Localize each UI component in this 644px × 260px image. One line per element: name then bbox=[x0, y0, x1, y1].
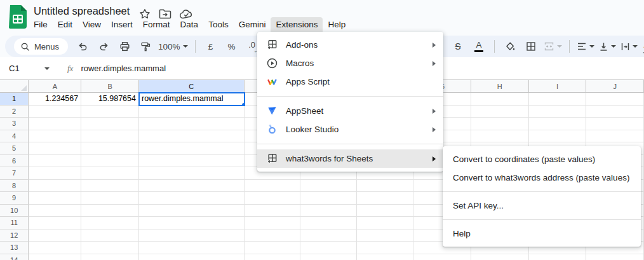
menu-item-add-ons[interactable]: Add-ons bbox=[257, 36, 443, 54]
menubar-item-insert[interactable]: Insert bbox=[106, 17, 138, 32]
cell-C4[interactable] bbox=[139, 130, 245, 143]
document-title[interactable]: Untitled spreadsheet bbox=[34, 5, 130, 17]
menu-item-what3words-for-sheets[interactable]: what3words for Sheets bbox=[257, 149, 443, 168]
cell-D11[interactable] bbox=[245, 217, 301, 229]
google-sheets-logo-icon[interactable] bbox=[9, 5, 27, 29]
fill-handle[interactable] bbox=[242, 103, 245, 106]
cell-B2[interactable] bbox=[81, 106, 139, 118]
borders-button[interactable] bbox=[523, 38, 539, 55]
menubar-item-file[interactable]: File bbox=[29, 17, 53, 32]
row-header-1[interactable]: 1 bbox=[0, 93, 29, 106]
menu-item-macros[interactable]: Macros bbox=[257, 54, 443, 72]
column-header-J[interactable]: J bbox=[586, 80, 644, 93]
column-header-A[interactable]: A bbox=[29, 80, 81, 93]
text-color-button[interactable]: A bbox=[471, 38, 487, 55]
cell-E12[interactable] bbox=[300, 229, 357, 242]
cell-F14[interactable] bbox=[357, 254, 413, 260]
submenu-item-convert-to-coordinates-paste-values-[interactable]: Convert to coordinates (paste values) bbox=[443, 150, 641, 168]
menus-search-button[interactable]: Menus bbox=[14, 38, 68, 55]
cell-E9[interactable] bbox=[300, 192, 357, 205]
menubar-item-extensions[interactable]: Extensions bbox=[271, 17, 323, 32]
cell-C5[interactable] bbox=[139, 142, 245, 155]
cell-A5[interactable] bbox=[29, 142, 81, 155]
submenu-item-help[interactable]: Help bbox=[443, 224, 641, 243]
menu-item-apps-script[interactable]: Apps Script bbox=[257, 72, 443, 91]
column-header-H[interactable]: H bbox=[471, 80, 529, 93]
cell-E11[interactable] bbox=[300, 217, 357, 229]
cell-B14[interactable] bbox=[81, 254, 139, 260]
horizontal-align-button[interactable] bbox=[577, 38, 594, 55]
cell-I4[interactable] bbox=[529, 130, 587, 143]
cell-A13[interactable] bbox=[29, 242, 81, 254]
submenu-item-set-api-key-[interactable]: Set API key... bbox=[443, 196, 641, 215]
cell-C3[interactable] bbox=[139, 118, 245, 130]
row-header-8[interactable]: 8 bbox=[0, 180, 29, 193]
cell-H3[interactable] bbox=[471, 118, 529, 130]
cell-B7[interactable] bbox=[81, 167, 139, 180]
cell-A14[interactable] bbox=[29, 254, 81, 260]
cell-F10[interactable] bbox=[357, 205, 413, 217]
cell-A2[interactable] bbox=[29, 106, 81, 118]
currency-format-button[interactable]: £ bbox=[203, 38, 219, 55]
menubar-item-tools[interactable]: Tools bbox=[203, 17, 234, 32]
row-header-12[interactable]: 12 bbox=[0, 229, 29, 242]
cell-H14[interactable] bbox=[471, 254, 529, 260]
row-header-13[interactable]: 13 bbox=[0, 242, 29, 254]
cell-B13[interactable] bbox=[81, 242, 139, 254]
cell-I14[interactable] bbox=[529, 254, 587, 260]
menubar-item-edit[interactable]: Edit bbox=[53, 17, 77, 32]
cell-A9[interactable] bbox=[29, 192, 81, 205]
row-header-10[interactable]: 10 bbox=[0, 205, 29, 217]
row-header-2[interactable]: 2 bbox=[0, 106, 29, 118]
row-header-14[interactable]: 14 bbox=[0, 254, 29, 260]
submenu-item-convert-to-what3words-address-paste-values-[interactable]: Convert to what3words address (paste val… bbox=[443, 168, 641, 187]
cell-A3[interactable] bbox=[29, 118, 81, 130]
row-header-6[interactable]: 6 bbox=[0, 155, 29, 168]
menubar-item-format[interactable]: Format bbox=[138, 17, 175, 32]
cell-C6[interactable] bbox=[139, 155, 245, 168]
cell-C2[interactable] bbox=[139, 106, 245, 118]
cell-B5[interactable] bbox=[81, 142, 139, 155]
redo-button[interactable] bbox=[95, 38, 112, 55]
cell-C11[interactable] bbox=[139, 217, 245, 229]
cell-C10[interactable] bbox=[139, 205, 245, 217]
cell-B9[interactable] bbox=[81, 192, 139, 205]
cell-F13[interactable] bbox=[357, 242, 413, 254]
cell-F12[interactable] bbox=[357, 229, 413, 242]
cell-E14[interactable] bbox=[300, 254, 357, 260]
menubar-item-data[interactable]: Data bbox=[175, 17, 204, 32]
cell-C8[interactable] bbox=[139, 180, 245, 193]
column-header-C[interactable]: C bbox=[139, 80, 245, 93]
menu-item-looker-studio[interactable]: Looker Studio bbox=[257, 120, 443, 139]
paint-format-button[interactable] bbox=[137, 38, 154, 55]
cell-B8[interactable] bbox=[81, 180, 139, 193]
cell-F9[interactable] bbox=[357, 192, 413, 205]
row-header-7[interactable]: 7 bbox=[0, 167, 29, 180]
cell-D12[interactable] bbox=[245, 229, 301, 242]
cell-C14[interactable] bbox=[139, 254, 245, 260]
cell-E8[interactable] bbox=[300, 180, 357, 193]
column-header-B[interactable]: B bbox=[81, 80, 139, 93]
cell-D9[interactable] bbox=[245, 192, 301, 205]
cell-C12[interactable] bbox=[139, 229, 245, 242]
cell-B10[interactable] bbox=[81, 205, 139, 217]
name-box[interactable]: C1 bbox=[9, 64, 42, 73]
cell-I3[interactable] bbox=[529, 118, 587, 130]
cell-H2[interactable] bbox=[471, 106, 529, 118]
menu-item-appsheet[interactable]: AppSheet bbox=[257, 102, 443, 120]
cell-J4[interactable] bbox=[586, 130, 644, 143]
cell-E13[interactable] bbox=[300, 242, 357, 254]
cell-B12[interactable] bbox=[81, 229, 139, 242]
cell-J2[interactable] bbox=[586, 106, 644, 118]
cell-B11[interactable] bbox=[81, 217, 139, 229]
row-header-3[interactable]: 3 bbox=[0, 118, 29, 130]
cell-F11[interactable] bbox=[357, 217, 413, 229]
text-wrap-button[interactable] bbox=[621, 38, 638, 55]
row-header-9[interactable]: 9 bbox=[0, 192, 29, 205]
cell-C1[interactable]: rower.dimples.mammal bbox=[139, 93, 245, 106]
fill-color-button[interactable] bbox=[502, 38, 518, 55]
row-header-11[interactable]: 11 bbox=[0, 217, 29, 229]
cell-D8[interactable] bbox=[245, 180, 301, 193]
row-header-5[interactable]: 5 bbox=[0, 142, 29, 155]
undo-button[interactable] bbox=[74, 38, 91, 55]
